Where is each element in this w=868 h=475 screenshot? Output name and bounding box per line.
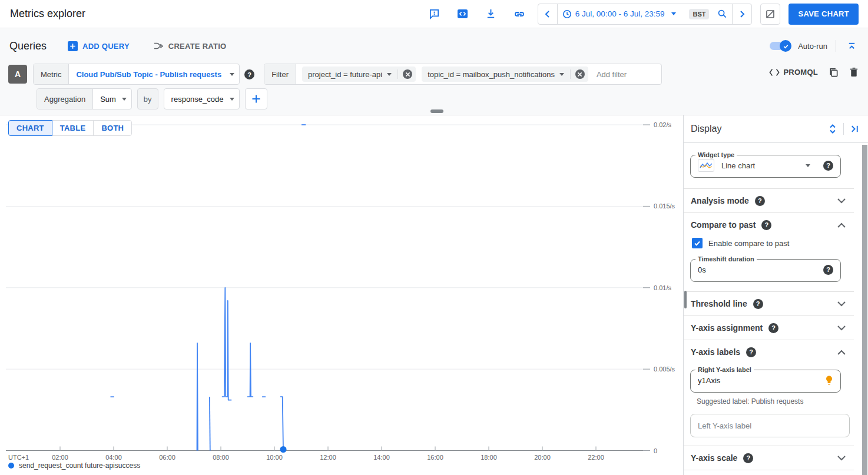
- help-icon[interactable]: ?: [753, 299, 763, 309]
- metric-value[interactable]: Cloud Pub/Sub Topic - Publish requests: [69, 70, 225, 79]
- y-tick-label: 0.02/s: [654, 121, 671, 128]
- section-y-axis-labels[interactable]: Y-axis labels ?: [684, 340, 854, 364]
- divider: [397, 69, 398, 79]
- promql-button[interactable]: PROMQL: [769, 68, 818, 77]
- aggregation-label: Aggregation: [37, 89, 93, 109]
- by-label: by: [137, 88, 158, 109]
- feedback-icon[interactable]: [425, 4, 445, 24]
- unfold-sections-icon[interactable]: [828, 124, 837, 134]
- section-threshold-line[interactable]: Threshold line ?: [684, 292, 854, 315]
- help-icon[interactable]: ?: [746, 347, 756, 357]
- add-query-button[interactable]: ADD QUERY: [68, 41, 130, 51]
- collapse-all-icon[interactable]: [844, 39, 859, 53]
- tab-chart[interactable]: CHART: [8, 120, 52, 136]
- x-tick-label: 02:00: [52, 454, 68, 461]
- series-line-segment: [280, 397, 283, 450]
- section-y-axis-assignment[interactable]: Y-axis assignment ?: [684, 316, 854, 340]
- timeshift-duration-label: Timeshift duration: [695, 255, 757, 263]
- tab-table[interactable]: TABLE: [52, 120, 94, 136]
- section-y-axis-scale[interactable]: Y-axis scale ?: [684, 446, 854, 470]
- timezone-label: UTC+1: [8, 454, 29, 461]
- help-icon[interactable]: ?: [768, 323, 778, 333]
- display-panel: Display Widget type Line chart: [683, 115, 868, 475]
- display-title: Display: [691, 124, 721, 134]
- time-prev-button[interactable]: [538, 4, 557, 24]
- auto-refresh-off-icon: [765, 9, 776, 19]
- filter-label: Filter: [264, 64, 296, 84]
- x-tick-label: 16:00: [427, 454, 443, 461]
- filter-chip[interactable]: topic_id = mailbox_push_notifications: [422, 67, 588, 82]
- code-icon[interactable]: [453, 4, 473, 24]
- widget-type-help-icon[interactable]: ?: [823, 161, 833, 171]
- group-by-selector: response_code: [164, 88, 240, 109]
- selected-point-marker[interactable]: [280, 446, 287, 453]
- time-range-dropdown[interactable]: 6 Jul, 00:00 - 6 Jul, 23:59: [558, 4, 686, 24]
- help-icon[interactable]: ?: [743, 453, 753, 463]
- link-icon[interactable]: [509, 4, 529, 24]
- save-chart-button[interactable]: SAVE CHART: [789, 4, 859, 25]
- timeshift-help-icon[interactable]: ?: [823, 265, 833, 275]
- header-actions: 6 Jul, 00:00 - 6 Jul, 23:59 BST SAVE CHA…: [425, 4, 868, 25]
- queries-section: Queries ADD QUERY CREATE RATIO Auto-run …: [0, 28, 868, 115]
- resize-handle[interactable]: [430, 109, 443, 113]
- right-y-axis-label-field[interactable]: Right Y-axis label: [690, 366, 841, 393]
- enable-compare-checkbox[interactable]: [692, 238, 703, 248]
- series-line-segment: [197, 343, 198, 451]
- suggestion-bulb-icon[interactable]: [825, 375, 833, 386]
- merge-icon: [153, 41, 164, 51]
- aggregation-value[interactable]: Sum: [93, 95, 117, 104]
- timeshift-duration-field[interactable]: Timeshift duration ?: [690, 255, 841, 282]
- autorun-toggle[interactable]: [770, 42, 790, 50]
- collapse-panel-icon[interactable]: [850, 124, 860, 134]
- suggested-label-text: Suggested label: Publish requests: [697, 397, 854, 406]
- download-icon[interactable]: [481, 4, 501, 24]
- display-panel-header: Display: [684, 115, 868, 143]
- delete-query-icon[interactable]: [849, 67, 859, 77]
- autorun-label: Auto-run: [798, 42, 827, 51]
- zoom-time-button[interactable]: [713, 4, 732, 24]
- left-y-axis-input[interactable]: [690, 414, 850, 437]
- section-compare-to-past[interactable]: Compare to past ?: [684, 213, 854, 237]
- panel-scrollbar-thumb[interactable]: [684, 291, 687, 308]
- widget-type-field[interactable]: Widget type Line chart ?: [690, 151, 841, 178]
- section-legend-alias[interactable]: Legend alias ?: [684, 470, 854, 475]
- remove-filter-icon[interactable]: [575, 69, 585, 79]
- app-header: Metrics explorer 6 Jul, 00:00 - 6 Jul, 2…: [0, 0, 868, 28]
- help-icon[interactable]: ?: [761, 220, 771, 230]
- duplicate-query-icon[interactable]: [829, 67, 839, 77]
- x-tick-label: 08:00: [213, 454, 229, 461]
- x-tick-label: 14:00: [373, 454, 390, 461]
- add-aggregation-button[interactable]: [245, 88, 267, 109]
- create-ratio-button[interactable]: CREATE RATIO: [153, 41, 227, 51]
- chevron-up-icon: [837, 350, 846, 355]
- auto-refresh-off-button[interactable]: [760, 4, 780, 25]
- chart-legend[interactable]: send_request_count future-apisuccess: [8, 461, 140, 470]
- main-content: 0.02/s0.015/s0.01/s0.005/s002:0004:0006:…: [0, 115, 868, 475]
- group-by-value[interactable]: response_code: [164, 95, 225, 104]
- chevron-down-icon: [837, 198, 846, 204]
- x-tick-label: 04:00: [105, 454, 122, 461]
- filter-box: Filter project_id = future-api topic_id …: [264, 64, 662, 85]
- time-next-button[interactable]: [733, 4, 751, 24]
- filter-chip[interactable]: project_id = future-api: [302, 67, 416, 82]
- chevron-down-icon: [837, 325, 846, 331]
- x-tick-label: 18:00: [481, 454, 497, 461]
- page-scrollbar-thumb[interactable]: [862, 145, 867, 475]
- code-brackets-icon: [769, 68, 780, 77]
- autorun-toggle-knob: [780, 40, 791, 52]
- section-analysis-mode[interactable]: Analysis mode ?: [684, 189, 854, 212]
- enable-compare-label[interactable]: Enable compare to past: [708, 239, 789, 248]
- chevron-down-icon[interactable]: [806, 164, 810, 167]
- line-chart-icon: [698, 159, 714, 172]
- chevron-down-icon: [837, 456, 846, 461]
- x-tick-label: 12:00: [320, 454, 336, 461]
- help-icon[interactable]: ?: [755, 196, 765, 206]
- timeshift-duration-input[interactable]: [698, 265, 823, 274]
- y-tick-label: 0.01/s: [654, 284, 671, 291]
- remove-filter-icon[interactable]: [403, 69, 412, 79]
- metric-help-icon[interactable]: ?: [244, 69, 254, 79]
- right-y-axis-input[interactable]: [698, 376, 825, 385]
- chevron-down-icon: [387, 73, 392, 76]
- add-filter-input[interactable]: Add filter: [594, 70, 627, 79]
- tab-both[interactable]: BOTH: [93, 120, 132, 136]
